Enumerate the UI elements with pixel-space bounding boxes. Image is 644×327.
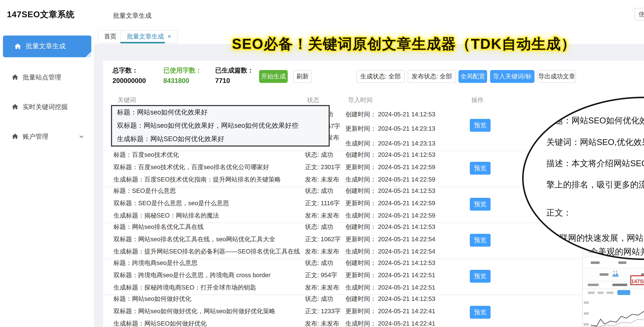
breadcrumb: 批量文章生成: [113, 11, 152, 20]
row-double-title: 双标题：跨境电商seo是什么意思，跨境电商 cross border: [114, 271, 270, 280]
tab-label: 批量文章生成: [127, 33, 164, 40]
top-header: [0, 0, 644, 28]
chevron-down-icon: [78, 133, 85, 142]
row-updated-time: 更新时间： 2024-05-21 14:22:54: [346, 235, 435, 244]
callout-title: 标题：网站seo如何优化效果好: [117, 108, 208, 117]
row-generated-time: 生成时间： 2024-05-21 14:22:41: [346, 320, 435, 327]
paw-stat-icon: [612, 270, 619, 279]
preview-description-line2: 擎上的排名，吸引更多的流量和用户。: [546, 179, 644, 190]
corner-fold-icon: [85, 51, 91, 57]
row-word-count: 正文: 1116字: [305, 199, 340, 208]
promo-headline: SEO必备！关键词原创文章生成器（TDK自动生成）: [232, 34, 576, 54]
row-word-count: 正文: 954字: [305, 271, 337, 280]
col-header-action: 操作: [471, 96, 484, 104]
row-word-count: 正文: 1062字: [305, 235, 341, 244]
generated-count-value: 7710: [215, 77, 230, 84]
preview-button[interactable]: 预览: [470, 198, 490, 211]
row-title: 标题：百度seo技术优化: [114, 151, 179, 159]
keyword-callout-box: 标题：网站seo如何优化效果好 双标题：网站seo如何优化效果好，网站seo如何…: [111, 105, 330, 146]
sidebar-item-label: 批量站点管理: [23, 70, 61, 85]
row-generated-title: 生成标题：探秘跨境电商SEO：打开全球市场的钥匙: [114, 284, 256, 292]
row-publish-status: 发布: 未发布: [305, 212, 339, 220]
row-title: 标题：SEO是什么意思: [114, 187, 176, 195]
used-words-value: 8431800: [163, 77, 189, 84]
refresh-button[interactable]: 刷新: [293, 70, 312, 83]
col-header-status: 状态: [307, 96, 319, 104]
row-updated-time: 更新时间： 2024-05-21 14:22:59: [346, 199, 435, 208]
preview-keywords: 关键词：网站SEO,优化效果,搜索引擎排名,流量,用户: [546, 137, 644, 148]
row-generated-time: 生成时间： 2024-05-21 14:23:13: [346, 140, 435, 148]
row-created-time: 创建时间： 2024-05-21 14:12:53: [346, 223, 435, 231]
row-publish-status: 发布: 未发布: [305, 320, 339, 327]
app-window: 147SEO文章系统 批量文章生成 使用教程 联系客服 65e4811dfb64…: [0, 0, 644, 327]
row-created-time: 创建时间： 2024-05-21 14:12:53: [346, 187, 435, 195]
row-generated-time: 生成时间： 2024-05-21 14:22:59: [346, 176, 435, 184]
row-created-time: 创建时间： 2024-05-21 14:12:53: [346, 295, 435, 303]
row-generated-title: 生成标题：百度SEO技术优化指南：提升网站排名的关键策略: [114, 176, 281, 184]
col-header-keyword: 关键词: [118, 96, 136, 104]
import-keywords-button[interactable]: 导入关键词/标题: [490, 70, 534, 83]
generated-count-label: 已生成篇数：: [215, 66, 254, 75]
preview-button[interactable]: 预览: [470, 234, 490, 247]
row-double-title: 双标题：网站seo如何做好优化，网站seo如何做好优化策略: [114, 307, 275, 316]
callout-generated-title: 生成标题：网站SEO如何优化效果好: [117, 135, 224, 144]
home-icon: [14, 42, 22, 52]
close-icon[interactable]: ×: [168, 33, 171, 40]
preview-description-line1: 描述：本文将介绍网站SEO的优化方法，帮助您提升网: [546, 158, 644, 169]
home-icon: [11, 73, 19, 83]
row-double-title: 双标题：网站seo排名优化工具在线，seo网站优化工具大全: [114, 235, 275, 244]
sidebar-item-batch-article[interactable]: 批量文章生成: [3, 35, 91, 57]
callout-double-title: 双标题：网站seo如何优化效果好，网站seo如何优化效果好些: [117, 121, 298, 130]
row-publish-status: 发布: 未发布: [305, 248, 339, 256]
global-config-button[interactable]: 全局配置: [458, 70, 487, 83]
total-words-value: 200000000: [112, 77, 146, 84]
total-words-label: 总字数：: [112, 66, 138, 75]
preview-button[interactable]: 预览: [470, 306, 490, 319]
generate-status-select[interactable]: 生成状态: 全部: [356, 70, 404, 83]
row-word-count: 正文: 2301字: [305, 163, 341, 172]
row-updated-time: 更新时间： 2024-05-21 14:22:59: [346, 163, 435, 172]
row-title: 标题：跨境电商seo是什么意思: [114, 259, 198, 267]
tutorial-button[interactable]: 使用教程: [634, 8, 644, 21]
publish-status-select[interactable]: 发布状态: 全部: [408, 70, 456, 83]
active-tab-underline: [120, 42, 165, 43]
sidebar-item-label: 实时关键词挖掘: [23, 100, 68, 114]
row-title: 标题：网站seo排名优化工具在线: [114, 223, 204, 231]
sidebar-item-account[interactable]: 账户管理: [0, 129, 94, 144]
tab-home[interactable]: 首页: [98, 30, 123, 43]
row-generated-title: 生成标题：提升网站SEO排名的必备利器——SEO排名优化工具在线: [114, 248, 300, 256]
row-status: 状态: 成功: [305, 223, 333, 231]
row-created-time: 创建时间： 2024-05-21 14:12:53: [346, 151, 435, 159]
preview-button[interactable]: 预览: [470, 119, 490, 132]
row-generated-time: 生成时间： 2024-05-21 14:22:51: [346, 284, 435, 292]
row-updated-time: 更新时间： 2024-05-21 14:22:41: [346, 307, 435, 316]
row-double-title: 双标题：百度seo技术优化，百度seo排名优化公司哪家好: [114, 163, 269, 172]
row-title: 标题：网站seo如何做好优化: [114, 295, 191, 303]
row-generated-title: 生成标题：揭秘SEO：网站排名的魔法: [114, 212, 219, 220]
row-word-count: 正文: 1233字: [305, 307, 341, 316]
row-publish-status: 发布: 未发布: [305, 284, 339, 292]
app-logo: 147SEO文章系统: [7, 9, 75, 20]
row-status: 状态: 成功: [305, 187, 333, 195]
home-icon: [11, 103, 19, 112]
row-publish-status: 发布: 未发布: [305, 176, 339, 184]
row-created-time: 创建时间： 2024-05-21 14:12:53: [346, 259, 435, 267]
mini-divider: [583, 289, 644, 289]
sidebar-item-site-manage[interactable]: 批量站点管理: [0, 70, 94, 85]
row-status: 状态: 成功: [305, 259, 333, 267]
sidebar-item-keyword-mining[interactable]: 实时关键词挖掘: [0, 100, 94, 114]
row-double-title: 双标题：SEO是什么意思，seo是什么意思: [114, 199, 229, 208]
row-generated-time: 生成时间： 2024-05-21 14:22:54: [346, 248, 435, 256]
start-generate-button[interactable]: 开始生成: [259, 70, 288, 83]
preview-button[interactable]: 预览: [470, 162, 490, 175]
row-updated-time: 更新时间： 2024-05-21 14:22:51: [346, 271, 435, 280]
export-success-button[interactable]: 导出成功文章: [538, 70, 576, 83]
tab-batch-article[interactable]: 批量文章生成 ×: [120, 30, 178, 43]
row-generated-title: 生成标题：网站SEO如何做好优化: [114, 320, 207, 327]
col-header-import-time: 导入时间: [348, 96, 372, 104]
preview-button[interactable]: 预览: [470, 270, 490, 283]
preview-body-label: 正文：: [546, 207, 572, 219]
row-status: 状态: 成功: [305, 151, 333, 159]
mini-blue-button: [617, 290, 630, 295]
trend-chart-left: [590, 297, 644, 327]
